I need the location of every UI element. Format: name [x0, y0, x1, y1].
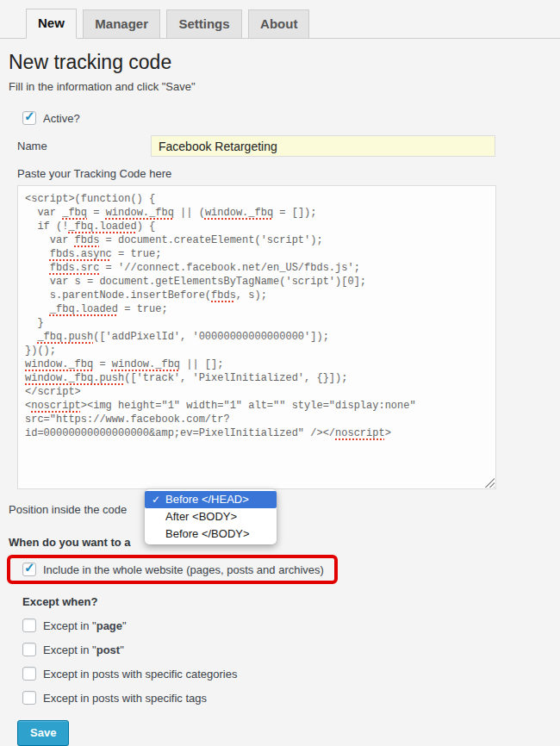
page-subtitle: Fill in the information and click "Save" — [9, 80, 560, 93]
except-post-checkbox[interactable] — [22, 643, 36, 656]
save-button[interactable]: Save — [17, 720, 69, 746]
dropdown-option-label: Before </HEAD> — [165, 493, 249, 506]
except-page-checkbox[interactable] — [22, 619, 36, 632]
except-categories-label: Except in posts with specific categories — [43, 668, 237, 681]
when-label: When do you want to a — [9, 536, 560, 549]
except-post-label: Except in "post" — [43, 643, 124, 656]
except-when-label: Except when? — [22, 595, 560, 608]
except-post-row: Except in "post" — [22, 643, 560, 656]
name-input[interactable] — [151, 135, 495, 157]
except-tags-label: Except in posts with specific tags — [43, 692, 207, 705]
except-categories-row: Except in posts with specific categories — [22, 667, 560, 681]
checkmark-icon: ✓ — [24, 109, 35, 124]
include-label: Include in the whole website (pages, pos… — [43, 563, 324, 576]
tab-about[interactable]: About — [248, 9, 309, 38]
dropdown-option-label: After <BODY> — [165, 510, 237, 523]
tracking-code-manager-page: New Manager Settings About New tracking … — [0, 0, 560, 746]
name-label: Name — [17, 140, 151, 152]
except-categories-checkbox[interactable] — [22, 667, 36, 681]
except-tags-checkbox[interactable] — [22, 691, 36, 705]
page-title: New tracking code — [9, 50, 560, 74]
tracking-code-label: Paste your Tracking Code here — [17, 167, 560, 180]
dropdown-option-before-head[interactable]: ✓ Before </HEAD> — [145, 491, 277, 508]
include-checkbox[interactable]: ✓ — [22, 563, 36, 576]
active-label: Active? — [43, 112, 80, 125]
tab-bar: New Manager Settings About — [0, 0, 560, 39]
resize-grip-icon[interactable] — [484, 477, 495, 488]
except-page-label: Except in "page" — [43, 619, 127, 632]
tracking-code-content: <script>(function() { var _fbq = window.… — [25, 192, 488, 440]
name-row: Name — [17, 135, 560, 157]
except-page-row: Except in "page" — [22, 619, 560, 632]
tab-manager[interactable]: Manager — [83, 9, 160, 38]
tab-settings[interactable]: Settings — [166, 9, 241, 38]
active-checkbox[interactable]: ✓ — [22, 111, 36, 125]
checkmark-icon: ✓ — [152, 491, 160, 508]
include-highlight-box: ✓ Include in the whole website (pages, p… — [7, 555, 338, 584]
tab-new[interactable]: New — [26, 9, 77, 39]
active-row: ✓ Active? — [22, 111, 560, 125]
dropdown-option-after-body[interactable]: After <BODY> — [145, 508, 277, 525]
dropdown-option-before-body[interactable]: Before </BODY> — [145, 525, 277, 543]
checkmark-icon: ✓ — [24, 560, 35, 575]
position-label: Position inside the code — [9, 503, 560, 516]
tracking-code-editor[interactable]: <script>(function() { var _fbq = window.… — [17, 185, 496, 489]
except-tags-row: Except in posts with specific tags — [22, 691, 560, 705]
dropdown-option-label: Before </BODY> — [165, 527, 250, 540]
position-dropdown-menu: ✓ Before </HEAD> After <BODY> Before </B… — [145, 489, 277, 544]
